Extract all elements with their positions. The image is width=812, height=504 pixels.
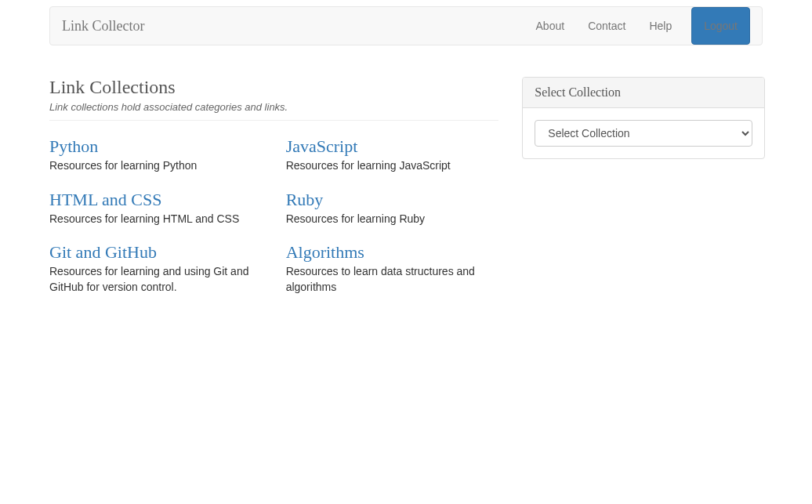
collection-item: HTML and CSS Resources for learning HTML… bbox=[49, 190, 263, 227]
navbar-nav: About Contact Help Logout bbox=[524, 7, 750, 45]
panel-body: Select Collection bbox=[523, 108, 763, 158]
panel-title: Select Collection bbox=[535, 85, 752, 100]
page-subtitle: Link collections hold associated categor… bbox=[49, 101, 498, 113]
collection-item: Algorithms Resources to learn data struc… bbox=[286, 242, 499, 295]
collection-link-ruby[interactable]: Ruby bbox=[286, 190, 324, 209]
page-title: Link Collections bbox=[49, 77, 498, 98]
collection-desc: Resources to learn data structures and a… bbox=[286, 264, 499, 295]
navbar: Link Collector About Contact Help Logout bbox=[49, 6, 763, 45]
collection-link-html-css[interactable]: HTML and CSS bbox=[49, 190, 161, 209]
collection-link-python[interactable]: Python bbox=[49, 136, 98, 156]
collection-desc: Resources for learning and using Git and… bbox=[49, 264, 263, 295]
collection-desc: Resources for learning HTML and CSS bbox=[49, 212, 263, 227]
right-column: Select Collection Select Collection bbox=[522, 61, 764, 295]
collection-desc: Resources for learning Ruby bbox=[286, 212, 499, 227]
collections-grid: Python Resources for learning Python Jav… bbox=[49, 136, 498, 295]
page-header: Link Collections Link collections hold a… bbox=[49, 77, 498, 121]
navbar-brand[interactable]: Link Collector bbox=[62, 18, 144, 34]
nav-about[interactable]: About bbox=[524, 8, 577, 44]
panel-heading: Select Collection bbox=[523, 78, 763, 108]
select-collection-panel: Select Collection Select Collection bbox=[522, 77, 764, 159]
left-column: Link Collections Link collections hold a… bbox=[49, 61, 498, 295]
collection-item: Git and GitHub Resources for learning an… bbox=[49, 242, 263, 295]
collection-desc: Resources for learning Python bbox=[49, 158, 263, 174]
main-content: Link Collections Link collections hold a… bbox=[49, 61, 763, 295]
nav-contact[interactable]: Contact bbox=[576, 8, 637, 44]
collection-item: Ruby Resources for learning Ruby bbox=[286, 190, 499, 227]
nav-help[interactable]: Help bbox=[637, 8, 683, 44]
collection-desc: Resources for learning JavaScript bbox=[286, 158, 499, 174]
collection-link-git-github[interactable]: Git and GitHub bbox=[49, 242, 157, 262]
collection-link-algorithms[interactable]: Algorithms bbox=[286, 242, 364, 262]
collection-select[interactable]: Select Collection bbox=[535, 120, 752, 147]
logout-button[interactable]: Logout bbox=[691, 7, 750, 45]
collection-item: Python Resources for learning Python bbox=[49, 136, 263, 174]
collection-item: JavaScript Resources for learning JavaSc… bbox=[286, 136, 499, 174]
collection-link-javascript[interactable]: JavaScript bbox=[286, 136, 358, 156]
